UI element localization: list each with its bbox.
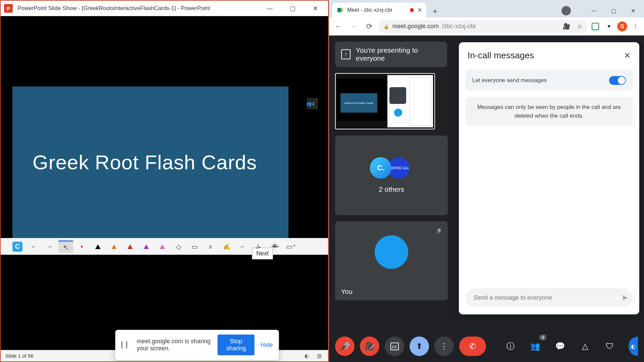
- prev-slide-button[interactable]: ←: [26, 240, 41, 253]
- meet-favicon: [336, 6, 344, 14]
- presenting-text: You're presenting to everyone: [356, 46, 441, 62]
- next-slide-button[interactable]: →: [42, 240, 57, 253]
- extension-icon[interactable]: [590, 21, 601, 32]
- leave-call-button[interactable]: ✆: [459, 337, 486, 356]
- participant-avatars: INKHOE Edu: [373, 157, 410, 179]
- people-button[interactable]: 👥4: [526, 337, 545, 356]
- chat-permission-row: Let everyone send messages: [466, 70, 633, 91]
- slideshow-settings[interactable]: ▭⁺: [284, 240, 299, 253]
- forward-button[interactable]: →: [347, 20, 361, 33]
- powerpoint-app-icon: P: [4, 4, 13, 13]
- screen-sharing-bar: ▎▎ meet.google.com is sharing your scree…: [115, 330, 279, 360]
- minimize-button[interactable]: —: [258, 1, 281, 16]
- powerpoint-titlebar: P PowerPoint Slide Show - [GreekRootsInt…: [1, 1, 328, 16]
- stop-sharing-button[interactable]: Stop sharing: [218, 335, 255, 355]
- chrome-toolbar: ← → ⟳ 🔒 meet.google.com/zbc-xzxj-cbr 🎥 ☆…: [329, 17, 644, 36]
- camera-indicator-icon[interactable]: 🎥: [563, 23, 570, 30]
- close-tab-button[interactable]: ✕: [417, 6, 422, 14]
- chat-button[interactable]: 💬: [550, 337, 570, 356]
- tab-title: Meet - zbc-xzxj-cbr: [347, 7, 392, 13]
- presenter-toolbar: C ← → ↖ ✦ ◇ ▭ ⫼ ✍ ← ↳▭ 👁 ▭⁺: [1, 238, 328, 255]
- classpoint-icon[interactable]: C: [10, 240, 25, 253]
- laser-tool[interactable]: ✦: [74, 240, 89, 253]
- whiteboard-tool[interactable]: ▭: [187, 240, 202, 253]
- mic-muted-icon: 🎤̷: [432, 226, 443, 237]
- presentation-thumbnail[interactable]: Greek Root Flash Cards: [335, 73, 435, 129]
- chrome-profile-avatar[interactable]: S: [616, 21, 628, 32]
- chat-close-button[interactable]: ✕: [624, 51, 631, 60]
- chat-info-text: Messages can only be seen by people in t…: [466, 97, 633, 126]
- present-button[interactable]: ⬆: [410, 337, 429, 356]
- more-options-button[interactable]: ⋮: [434, 337, 454, 356]
- cursor-tool[interactable]: ↖: [58, 240, 73, 253]
- url-path: /zbc-xzxj-cbr: [442, 23, 476, 30]
- pause-icon: ▎▎: [121, 341, 131, 349]
- reload-button[interactable]: ⟳: [363, 20, 376, 33]
- slide-counter: Slide 1 of 56: [5, 353, 33, 359]
- chat-toggle-label: Let everyone send messages: [472, 77, 547, 84]
- chat-title: In-call messages: [468, 50, 624, 61]
- extensions-puzzle-icon[interactable]: ✦: [603, 21, 614, 32]
- activities-button[interactable]: △: [575, 337, 595, 356]
- captions-button[interactable]: cc: [385, 337, 404, 356]
- status-icon-1[interactable]: ◐: [303, 352, 311, 360]
- url-host: meet.google.com: [392, 23, 439, 30]
- close-button[interactable]: ✕: [304, 1, 327, 16]
- people-badge: 4: [539, 335, 546, 340]
- chrome-window: Meet - zbc-xzxj-cbr ✕ + — ▢ ✕ ← → ⟳ 🔒 me…: [329, 0, 644, 362]
- profile-guest-icon[interactable]: [561, 6, 571, 15]
- send-icon[interactable]: ➤: [621, 293, 628, 302]
- slide-title: Greek Root Flash Cards: [33, 151, 257, 174]
- poll-tool[interactable]: ⫼: [203, 240, 218, 253]
- chrome-maximize-button[interactable]: ▢: [604, 4, 623, 17]
- chat-message-input[interactable]: [474, 294, 621, 301]
- present-icon: [341, 49, 351, 59]
- self-tile[interactable]: 🎤̷ You: [335, 221, 448, 300]
- presenting-banner: You're presenting to everyone: [335, 42, 447, 67]
- recording-indicator-icon: [410, 8, 414, 12]
- lock-icon: 🔒: [383, 24, 389, 29]
- status-icon-2[interactable]: ▥: [315, 352, 323, 360]
- pen-red[interactable]: [123, 240, 138, 253]
- meet-content: You're presenting to everyone Greek Root…: [329, 36, 644, 362]
- sharing-message: meet.google.com is sharing your screen.: [137, 338, 212, 352]
- chrome-tabstrip: Meet - zbc-xzxj-cbr ✕ + — ▢ ✕: [329, 0, 644, 17]
- address-bar[interactable]: 🔒 meet.google.com/zbc-xzxj-cbr 🎥 ☆: [378, 20, 588, 33]
- chat-input-row: ➤: [466, 288, 633, 307]
- chrome-close-button[interactable]: ✕: [623, 4, 643, 17]
- hide-sharing-bar[interactable]: Hide: [261, 342, 273, 349]
- chrome-menu-button[interactable]: ⋮: [630, 21, 641, 32]
- thumb-slide-text: Greek Root Flash Cards: [340, 93, 377, 113]
- pick-name-tool[interactable]: ✍: [219, 240, 234, 253]
- pen-pink[interactable]: [155, 240, 170, 253]
- others-tile[interactable]: INKHOE Edu 2 others: [335, 135, 448, 215]
- eraser-tool[interactable]: ◇: [171, 240, 186, 253]
- side-panel-toggle[interactable]: ◐: [629, 337, 638, 356]
- pen-orange[interactable]: [107, 240, 121, 253]
- back-button[interactable]: ←: [332, 20, 345, 33]
- next-tooltip: Next: [252, 248, 273, 259]
- camera-button[interactable]: 🎥̷: [360, 337, 379, 356]
- self-label: You: [341, 288, 353, 296]
- current-slide[interactable]: Greek Root Flash Cards: [12, 86, 307, 238]
- chat-permission-toggle[interactable]: [609, 76, 626, 85]
- self-avatar: [375, 235, 408, 269]
- maximize-button[interactable]: ▢: [281, 1, 304, 16]
- chat-panel: In-call messages ✕ Let everyone send mes…: [459, 42, 639, 314]
- meet-controls: 🎤̷ 🎥̷ cc ⬆ ⋮ ✆ ⓘ 👥4 💬 △ 🛡 ◐: [329, 330, 644, 362]
- new-tab-button[interactable]: +: [429, 5, 441, 17]
- mic-button[interactable]: 🎤̷: [335, 337, 355, 356]
- slideshow-area: class code 44463 👥 1 Greek Root Flash Ca…: [1, 16, 328, 350]
- svg-rect-0: [337, 8, 341, 12]
- pen-black[interactable]: [91, 240, 105, 253]
- chrome-minimize-button[interactable]: —: [584, 4, 604, 17]
- others-label: 2 others: [379, 185, 404, 193]
- bookmark-star-icon[interactable]: ☆: [577, 23, 582, 30]
- meeting-details-button[interactable]: ⓘ: [501, 337, 520, 356]
- host-controls-button[interactable]: 🛡: [600, 337, 620, 356]
- toolbar-prev[interactable]: ←: [235, 240, 250, 253]
- avatar-1: [370, 157, 391, 179]
- powerpoint-window-title: PowerPoint Slide Show - [GreekRootsInter…: [17, 5, 258, 12]
- pen-purple[interactable]: [139, 240, 154, 253]
- browser-tab[interactable]: Meet - zbc-xzxj-cbr ✕: [332, 3, 426, 17]
